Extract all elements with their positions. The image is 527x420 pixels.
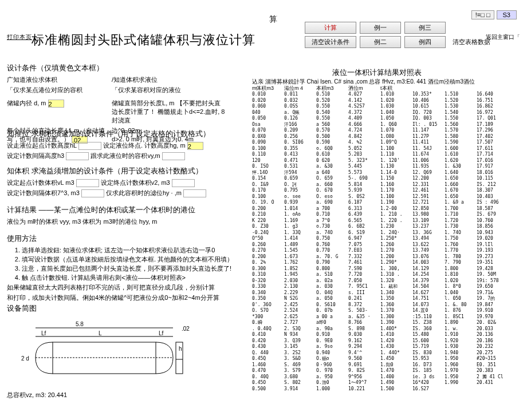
table-cell: 1.990 xyxy=(445,380,477,386)
table-cell: Il: . 015 xyxy=(412,122,445,128)
known-level: 知推位 求梆积須邃加的设计条件（用于设定表格的计数格式） 设走液位起点计数髙度h… xyxy=(7,129,236,162)
example1-button[interactable]: 例一 xyxy=(360,22,401,34)
page-title: 标准椭圆封头卧式储罐体积与液位计算 xyxy=(32,31,255,49)
top-right-flags: !=□ □ S3 xyxy=(471,10,517,19)
table-cell: 0'. 36O xyxy=(252,302,284,308)
usage-header: 使用方法 xyxy=(7,233,247,244)
table-cell: 17.189 xyxy=(477,122,509,128)
table-cell: 0.35S xyxy=(284,146,316,152)
clear-cond-button[interactable]: 清空设计条件 xyxy=(305,36,356,48)
h3-input[interactable] xyxy=(66,152,89,160)
calc-button[interactable]: 计算 xyxy=(305,22,356,34)
table-cell: a. &30 xyxy=(316,164,348,170)
table-cell: 20.275 xyxy=(477,350,509,356)
table-cell: 1.340 xyxy=(380,290,412,296)
table-cell: 1.260 xyxy=(380,242,412,248)
table-cell: 9. 82S xyxy=(348,368,380,374)
table-row: 0.0200.0320.5204.1421.02010.4061.52016.7… xyxy=(252,98,509,104)
table-cell: 0.45O xyxy=(252,380,284,386)
table-cell: 0.154 xyxy=(252,176,284,182)
table-cell: 1.O80 xyxy=(380,134,412,140)
table-cell: 0.170 xyxy=(252,188,284,194)
table-cell: 0.瞬 xyxy=(252,320,284,326)
table-cell: 1. 780 xyxy=(445,254,477,260)
hl-input[interactable] xyxy=(78,142,101,150)
table-cell: 20.033 xyxy=(477,326,509,332)
table-cell: 7. 790 xyxy=(445,260,477,266)
table-cell: 9.4'^ xyxy=(348,350,380,356)
table-cell: 20.186 xyxy=(477,338,509,344)
table-cell: 0.540 xyxy=(316,110,348,116)
table-cell: 13.076 xyxy=(412,254,445,260)
kv-r2: 仅求此容积时的滤位hy · ,m xyxy=(106,189,182,196)
table-cell: 8.766 xyxy=(348,320,380,326)
back-link[interactable]: 返回主窗口「 xyxy=(486,33,520,41)
table-cell: 1.950 xyxy=(445,356,477,362)
table-cell: 汗166 xyxy=(284,122,316,128)
table-cell: 1.170 xyxy=(380,188,412,194)
table-cell: 9.560 xyxy=(348,356,380,362)
table-row: 0.45Q3. S&OO.赐o9.5601.45015.9531.950#20~… xyxy=(252,356,509,362)
table-cell: IS. 212 xyxy=(477,182,509,188)
example4-button[interactable]: 例四 xyxy=(404,36,446,48)
table-cell: 18.016 xyxy=(477,170,509,176)
table-row: 0.4303.145a. 9so9.2941.43015.7191.93020.… xyxy=(252,344,509,350)
table-cell: 1.290* xyxy=(380,260,412,266)
table-cell: a. 660 xyxy=(316,182,348,188)
table-cell: 5. 323* xyxy=(348,158,380,164)
table-row: 0.3402.229O. 04Qs. III1.34014.6271.04019… xyxy=(252,290,509,296)
d-input[interactable]: 2 xyxy=(48,100,64,108)
table-cell: 1.560 xyxy=(445,122,477,128)
table-cell: 1.8S2 xyxy=(284,266,316,272)
usage-n2: 和打印，或加夫计数间隔。俐如4米的储罐^可把液位分成0~加和2~4m分开算 xyxy=(7,294,247,302)
table-cell: 11. 54J xyxy=(412,146,445,152)
table-cell: 12.591 xyxy=(412,194,445,200)
table-cell: a 7^0 xyxy=(316,218,348,224)
table-cell: s. III xyxy=(348,290,380,296)
table-cell: 0.940 xyxy=(316,350,348,356)
table-cell: o. see xyxy=(284,194,316,200)
table-cell: 10.221 xyxy=(348,386,380,393)
table-row: 0-3202.030a. 02a7.0501.32014.3791.02019i… xyxy=(252,278,509,284)
table-cell: 5.814 xyxy=(348,182,380,188)
cond-c4: 「仅求某容积对应的液位 xyxy=(112,86,181,93)
v3-input[interactable] xyxy=(81,189,104,197)
vy-input[interactable] xyxy=(162,152,185,160)
table-cell: 0-320 xyxy=(252,278,284,284)
table-cell: 1.500 xyxy=(380,386,412,393)
table-row: 0.0500.1260.5504.4091.050IQ. 0031.55017.… xyxy=(252,116,509,122)
s3-label: S3 xyxy=(497,10,517,19)
table-cell: 2. S3Q xyxy=(284,326,316,332)
table-cell: 0.500 xyxy=(252,386,284,393)
example3-button[interactable]: 例三 xyxy=(404,22,446,34)
table-cell: 0.100 xyxy=(252,146,284,152)
hg-input[interactable]: 2 xyxy=(187,142,203,150)
example2-button[interactable]: 例二 xyxy=(360,36,401,48)
kl-r1: 设定液位终点. 计数高度hg, m xyxy=(103,142,186,149)
table-cell: 16.S27 xyxy=(412,386,445,393)
table-cell: 4.027 xyxy=(348,92,380,98)
table-cell: 0.470 xyxy=(252,368,284,374)
vl-input[interactable] xyxy=(76,179,99,187)
table-cell: 怦.14O xyxy=(252,170,284,176)
table-cell: 1. w. xyxy=(445,326,477,332)
table-cell: 1.520 xyxy=(445,98,477,104)
v2-input[interactable] xyxy=(172,179,195,187)
table-cell: o. 6Q0 xyxy=(316,146,348,152)
table-cell: 3. S&O xyxy=(284,356,316,362)
table-cell: 1.640 xyxy=(445,170,477,176)
table-row: 0.100o. seeO. esoS. 0S21.10012.5911.6501… xyxy=(252,194,509,200)
table-cell: 19.lIl xyxy=(477,242,509,248)
table-cell: 19.650 xyxy=(477,284,509,290)
table-cell: -0.24Q xyxy=(252,230,284,236)
table-row: 0.5003.9141.00010.2211.50016.S27 xyxy=(252,386,509,393)
table-cell: 7.075 xyxy=(348,242,380,248)
hy-input[interactable] xyxy=(183,189,206,197)
print-link[interactable]: 打印本页 xyxy=(7,33,32,41)
clear-table-button[interactable]: 清空表格数据 xyxy=(453,38,490,46)
table-cell: 1.890 xyxy=(445,320,477,326)
table-cell: 14.129 xyxy=(412,266,445,272)
table-cell: 1.390 xyxy=(380,320,412,326)
table-row: 0.瞬2.727a即08.7661.39015. Z381.89020. 02& xyxy=(252,320,509,326)
table-row: O^501.4140.7506.9471.250*13.4941.75019.0… xyxy=(252,236,509,242)
